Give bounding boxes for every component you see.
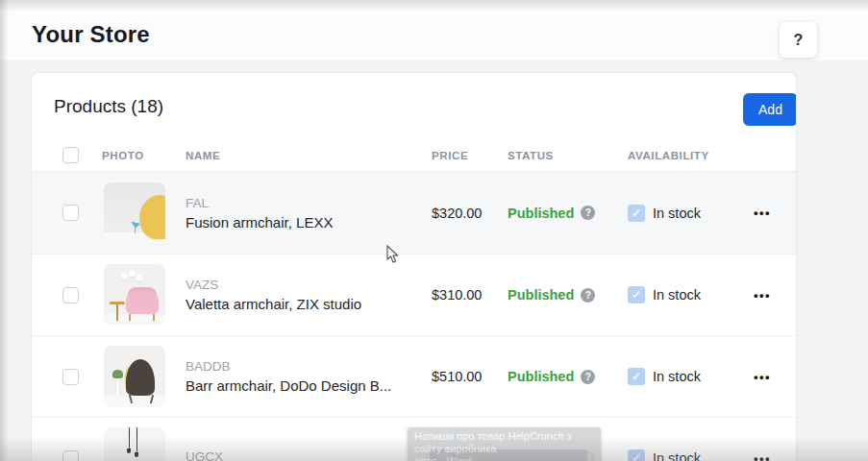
product-name: Barr armchair, DoDo Design B... (186, 377, 391, 394)
product-sku: UGCX (186, 449, 223, 461)
product-photo (104, 427, 165, 461)
check-icon: ✓ (632, 288, 641, 302)
photo-shape (139, 195, 165, 239)
screen-edge-fade (0, 0, 9, 461)
photo-shape (121, 273, 128, 279)
photo-shape (153, 314, 155, 321)
column-header-status: STATUS (508, 139, 554, 172)
availability-label: In stock (653, 450, 701, 461)
product-photo (104, 346, 165, 407)
product-sku: VAZS (186, 278, 218, 292)
product-name: Valetta armchair, ZIX studio (186, 296, 361, 312)
status-badge: Published (508, 369, 574, 384)
column-header-name: NAME (186, 139, 220, 172)
photo-shape (135, 452, 138, 457)
photo-shape (135, 227, 136, 233)
availability-label: In stock (653, 287, 701, 303)
check-icon: ✓ (632, 206, 641, 220)
help-button[interactable]: ? (780, 22, 817, 58)
status-badge: Published (508, 206, 574, 221)
product-sku: FAL (186, 196, 209, 210)
row-checkbox[interactable] (62, 369, 79, 385)
column-header-photo: PHOTO (102, 139, 144, 172)
status-help-icon[interactable]: ? (581, 206, 595, 220)
photo-shape (112, 370, 123, 378)
page-title: Your Store (32, 21, 150, 48)
page-header: Your Store ? (0, 0, 868, 61)
photo-shape (129, 314, 131, 321)
word-document-tooltip: Напиши про товар HelpCrunch з сайту виро… (408, 427, 601, 461)
photo-shape (136, 275, 142, 281)
product-price: $320.00 (432, 172, 482, 254)
in-stock-checkbox[interactable]: ✓ (628, 205, 645, 222)
product-photo (104, 264, 165, 326)
table-body: FAL Fusion armchair, LEXX $320.00 Publis… (32, 172, 796, 461)
status-badge: Published (508, 287, 574, 303)
photo-shape (116, 304, 118, 321)
add-product-button[interactable]: Add (743, 93, 797, 126)
product-name-cell[interactable]: BADDB Barr armchair, DoDo Design B... (186, 336, 391, 417)
photo-shape (129, 427, 130, 449)
photo-shape (116, 378, 119, 396)
availability-label: In stock (653, 369, 701, 384)
availability-label: In stock (653, 206, 701, 221)
product-name-cell[interactable]: FAL Fusion armchair, LEXX (186, 172, 333, 254)
tooltip-line-2: https - Word (414, 455, 594, 461)
product-price: $510.00 (432, 336, 482, 417)
product-name-cell[interactable]: VAZS Valetta armchair, ZIX studio (186, 255, 361, 335)
tooltip-line-1: Напиши про товар HelpCrunch з сайту виро… (414, 430, 594, 455)
photo-shape (126, 359, 155, 396)
products-count-title: Products (18) (54, 96, 163, 117)
product-sku: BADDB (186, 359, 231, 374)
column-header-price: PRICE (432, 139, 468, 172)
in-stock-checkbox[interactable]: ✓ (628, 286, 645, 303)
in-stock-checkbox[interactable]: ✓ (628, 449, 645, 461)
status-help-icon[interactable]: ? (581, 370, 595, 384)
table-header: PHOTO NAME PRICE STATUS AVAILABILITY (32, 139, 796, 172)
product-name-cell[interactable]: UGCX (186, 418, 223, 461)
product-name: Fusion armchair, LEXX (186, 214, 333, 230)
product-photo (104, 182, 165, 244)
products-card: Products (18) Add PHOTO NAME PRICE STATU… (31, 72, 797, 461)
row-checkbox[interactable] (62, 450, 79, 461)
row-checkbox[interactable] (62, 205, 79, 221)
row-checkbox[interactable] (62, 287, 79, 303)
select-all-checkbox[interactable] (62, 147, 79, 163)
table-row: VAZS Valetta armchair, ZIX studio $310.0… (32, 254, 796, 335)
column-header-availability: AVAILABILITY (628, 139, 709, 172)
row-menu-button[interactable]: ••• (748, 446, 777, 461)
photo-shape (126, 291, 159, 314)
check-icon: ✓ (632, 451, 641, 461)
photo-shape (136, 427, 137, 452)
photo-shape (104, 314, 165, 326)
status-help-icon[interactable]: ? (581, 288, 595, 303)
mouse-cursor (386, 245, 400, 268)
table-row: BADDB Barr armchair, DoDo Design B... $5… (32, 335, 796, 417)
photo-shape (104, 396, 165, 407)
in-stock-checkbox[interactable]: ✓ (628, 368, 645, 385)
table-row: FAL Fusion armchair, LEXX $320.00 Publis… (32, 172, 796, 254)
product-price: $310.00 (432, 255, 482, 335)
photo-shape (129, 270, 136, 277)
row-menu-button[interactable]: ••• (748, 282, 777, 308)
photo-shape (127, 449, 131, 453)
row-menu-button[interactable]: ••• (748, 364, 777, 390)
check-icon: ✓ (632, 370, 641, 383)
row-menu-button[interactable]: ••• (748, 200, 777, 226)
